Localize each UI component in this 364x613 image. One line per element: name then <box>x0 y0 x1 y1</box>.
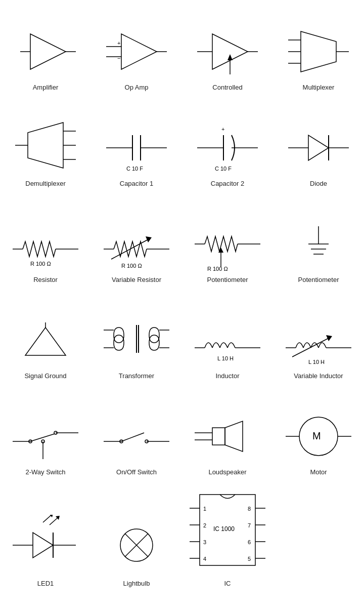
potentiometer2-label: Potentiometer <box>298 276 339 284</box>
svg-text:R 100 Ω: R 100 Ω <box>207 266 228 272</box>
svg-marker-35 <box>308 135 329 160</box>
cell-signal-ground: Signal Ground <box>0 289 91 385</box>
svg-text:+: + <box>117 40 120 46</box>
svg-marker-1 <box>30 34 66 69</box>
cell-variable-inductor: L 10 H Variable Inductor <box>273 289 364 385</box>
svg-marker-92 <box>33 533 53 558</box>
svg-rect-83 <box>212 428 225 445</box>
cell-motor: M Motor <box>273 385 364 481</box>
cell-capacitor2: + C 10 F Capacitor 2 <box>182 96 273 192</box>
svg-line-95 <box>50 517 58 525</box>
cell-variable-resistor: R 100 Ω Variable Resistor <box>91 192 182 289</box>
led1-label: LED1 <box>37 580 54 588</box>
svg-text:8: 8 <box>248 506 251 512</box>
cell-amplifier: Amplifier <box>0 0 91 96</box>
amplifier-label: Amplifier <box>33 84 59 92</box>
variable-inductor-label: Variable Inductor <box>294 372 343 381</box>
cell-diode: Diode <box>273 96 364 192</box>
svg-line-97 <box>43 515 52 522</box>
svg-text:C 10 F: C 10 F <box>126 166 143 172</box>
svg-marker-69 <box>326 335 332 341</box>
demultiplexer-label: Demultiplexer <box>25 180 65 188</box>
cell-lightbulb: Lightbulb <box>91 481 182 592</box>
cell-2way-switch: 2-Way Switch <box>0 385 91 481</box>
onoff-switch-label: On/Off Switch <box>116 468 157 477</box>
svg-line-43 <box>111 239 149 259</box>
ic-label: IC <box>224 580 231 588</box>
op-amp-label: Op Amp <box>125 84 149 92</box>
svg-marker-19 <box>28 122 63 168</box>
svg-marker-5 <box>121 34 157 69</box>
svg-marker-84 <box>225 421 243 452</box>
svg-text:6: 6 <box>248 539 251 545</box>
multiplexer-label: Multiplexer <box>303 84 335 92</box>
svg-text:3: 3 <box>203 539 206 545</box>
cell-inductor: L 10 H Inductor <box>182 289 273 385</box>
svg-text:L 10 H: L 10 H <box>217 355 234 361</box>
potentiometer-label: Potentiometer <box>207 276 248 284</box>
cell-loudspeaker: Loudspeaker <box>182 385 273 481</box>
svg-text:R 100 Ω: R 100 Ω <box>121 263 142 269</box>
cell-onoff-switch: On/Off Switch <box>91 385 182 481</box>
svg-text:2: 2 <box>203 522 206 528</box>
cell-led1: LED1 <box>0 481 91 592</box>
svg-text:C 10 F: C 10 F <box>215 166 232 172</box>
svg-text:4: 4 <box>203 556 206 562</box>
svg-text:7: 7 <box>248 522 251 528</box>
2way-switch-label: 2-Way Switch <box>26 468 66 477</box>
capacitor2-label: Capacitor 2 <box>211 180 244 188</box>
svg-text:5: 5 <box>248 556 251 562</box>
transformer-label: Transformer <box>119 372 154 381</box>
cell-ic: 1 2 3 4 8 7 6 5 IC 1000 IC <box>182 481 273 592</box>
svg-text:−: − <box>117 55 120 61</box>
inductor-label: Inductor <box>216 372 240 381</box>
lightbulb-label: Lightbulb <box>123 580 150 588</box>
motor-label: Motor <box>310 468 327 477</box>
cell-multiplexer: Multiplexer <box>273 0 364 96</box>
svg-marker-55 <box>25 328 66 355</box>
diode-label: Diode <box>310 180 327 188</box>
variable-resistor-label: Variable Resistor <box>112 276 161 284</box>
svg-text:L 10 H: L 10 H <box>308 359 325 365</box>
svg-line-68 <box>292 338 330 357</box>
svg-line-81 <box>121 433 144 441</box>
svg-marker-14 <box>301 31 336 72</box>
svg-text:R 100 Ω: R 100 Ω <box>30 261 51 267</box>
svg-text:+: + <box>221 126 224 132</box>
cell-empty <box>273 481 364 592</box>
svg-marker-13 <box>228 54 233 60</box>
cell-controlled: Controlled <box>182 0 273 96</box>
cell-transformer: Transformer <box>91 289 182 385</box>
cell-potentiometer2: Potentiometer <box>273 192 364 289</box>
cell-potentiometer: R 100 Ω Potentiometer <box>182 192 273 289</box>
capacitor1-label: Capacitor 1 <box>120 180 153 188</box>
svg-text:1: 1 <box>203 506 206 512</box>
cell-resistor: R 100 Ω Resistor <box>0 192 91 289</box>
symbols-grid: Amplifier + − Op Amp Controlled <box>0 0 364 592</box>
loudspeaker-label: Loudspeaker <box>208 468 246 477</box>
signal-ground-label: Signal Ground <box>24 372 66 381</box>
svg-text:IC 1000: IC 1000 <box>213 525 235 533</box>
cell-op-amp: + − Op Amp <box>91 0 182 96</box>
svg-text:M: M <box>312 430 321 441</box>
resistor-label: Resistor <box>33 276 58 284</box>
cell-demultiplexer: Demultiplexer <box>0 96 91 192</box>
svg-marker-44 <box>146 236 152 242</box>
cell-capacitor1: C 10 F Capacitor 1 <box>91 96 182 192</box>
controlled-label: Controlled <box>212 84 242 92</box>
